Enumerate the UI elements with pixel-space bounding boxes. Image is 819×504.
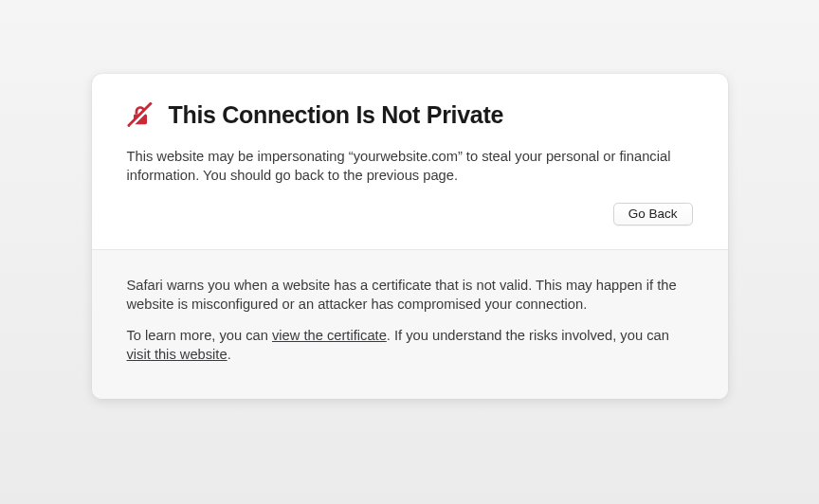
- certificate-warning-text: Safari warns you when a website has a ce…: [127, 277, 693, 315]
- button-row: Go Back: [127, 203, 693, 225]
- learn-more-text: To learn more, you can view the certific…: [127, 327, 693, 365]
- warning-panel-top: This Connection Is Not Private This webs…: [92, 74, 728, 249]
- learn-more-suffix: .: [228, 347, 231, 362]
- warning-details: Safari warns you when a website has a ce…: [92, 249, 728, 399]
- learn-more-prefix: To learn more, you can: [127, 328, 272, 343]
- insecure-lock-icon: [127, 102, 154, 128]
- view-certificate-link[interactable]: view the certificate: [272, 328, 387, 343]
- visit-website-link[interactable]: visit this website: [127, 347, 228, 362]
- warning-header: This Connection Is Not Private: [127, 101, 693, 129]
- warning-panel: This Connection Is Not Private This webs…: [92, 74, 728, 399]
- go-back-button[interactable]: Go Back: [613, 203, 693, 225]
- risk-middle-text: . If you understand the risks involved, …: [387, 328, 669, 343]
- warning-description: This website may be impersonating “yourw…: [127, 148, 693, 186]
- warning-title: This Connection Is Not Private: [169, 101, 504, 129]
